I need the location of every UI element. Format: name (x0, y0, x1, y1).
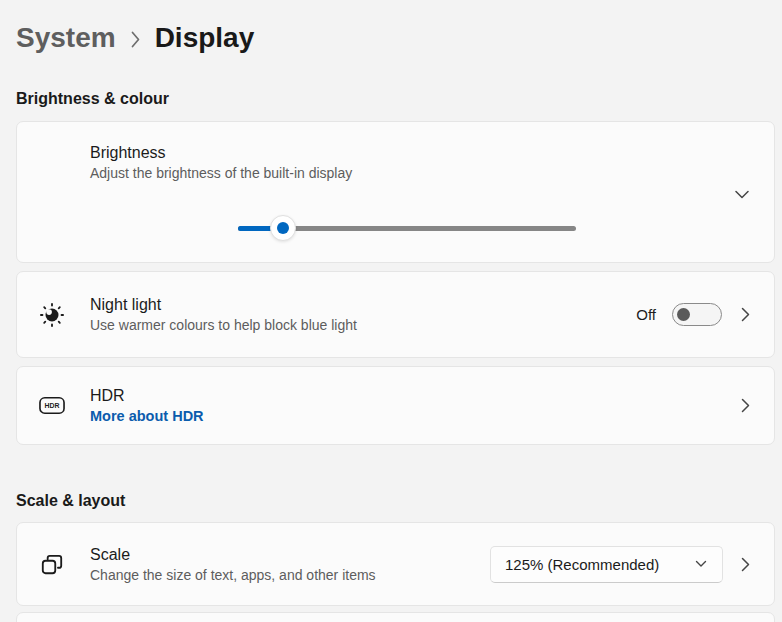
next-card-partial[interactable] (16, 612, 775, 622)
brightness-slider-thumb[interactable] (270, 215, 296, 241)
night-light-toggle-knob (677, 308, 690, 321)
breadcrumb-chevron-icon (130, 30, 141, 49)
hdr-more-link[interactable]: More about HDR (90, 408, 204, 425)
scale-subtitle: Change the size of text, apps, and other… (90, 567, 376, 584)
section-header-brightness-colour: Brightness & colour (16, 89, 782, 108)
brightness-expander-chevron-down-icon[interactable] (734, 186, 750, 202)
breadcrumb-system[interactable]: System (16, 22, 116, 54)
night-light-toggle-label: Off (636, 306, 656, 323)
night-light-chevron-right-icon[interactable] (741, 307, 750, 322)
section-header-scale-layout: Scale & layout (16, 491, 782, 510)
scale-icon (39, 551, 65, 577)
night-light-subtitle: Use warmer colours to help block blue li… (90, 317, 357, 334)
scale-dropdown-value: 125% (Recommended) (505, 556, 659, 573)
night-light-toggle[interactable] (672, 303, 722, 326)
hdr-card[interactable]: HDR HDR More about HDR (16, 366, 775, 445)
scale-title: Scale (90, 545, 376, 564)
brightness-title: Brightness (90, 143, 352, 162)
scale-dropdown[interactable]: 125% (Recommended) (490, 546, 723, 583)
brightness-slider-thumb-dot (277, 222, 289, 234)
scale-dropdown-chevron-down-icon (695, 560, 707, 568)
scale-card[interactable]: Scale Change the size of text, apps, and… (16, 522, 775, 606)
hdr-badge-icon: HDR (39, 393, 65, 419)
breadcrumb-display: Display (155, 22, 255, 54)
brightness-card[interactable]: Brightness Adjust the brightness of the … (16, 121, 775, 263)
night-light-title: Night light (90, 295, 357, 314)
night-light-card[interactable]: Night light Use warmer colours to help b… (16, 271, 775, 358)
hdr-chevron-right-icon[interactable] (741, 398, 750, 413)
brightness-slider[interactable] (238, 215, 576, 242)
hdr-title: HDR (90, 386, 204, 405)
hdr-badge-text: HDR (45, 402, 60, 409)
night-light-icon (39, 302, 65, 328)
brightness-subtitle: Adjust the brightness of the built-in di… (90, 165, 352, 182)
scale-chevron-right-icon[interactable] (741, 557, 750, 572)
breadcrumb: System Display (16, 14, 782, 62)
